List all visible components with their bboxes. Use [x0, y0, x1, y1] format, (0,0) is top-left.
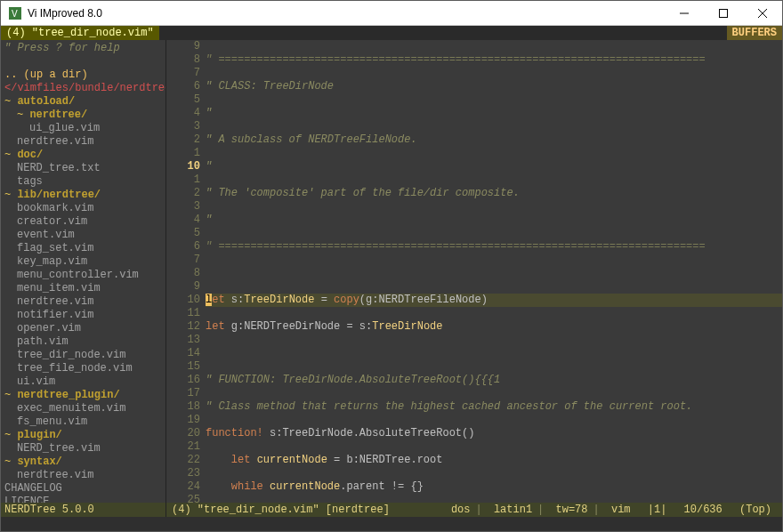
buffer-tab[interactable]: (4) "tree_dir_node.vim"	[1, 26, 160, 40]
window-title: Vi IMproved 8.0	[28, 7, 665, 20]
file-changelog[interactable]: CHANGELOG	[4, 482, 165, 496]
status-filename: (4) "tree_dir_node.vim" [nerdtree]	[172, 503, 390, 517]
status-left: NERDTree 5.0.0	[1, 503, 166, 517]
status-fileformat: dos	[446, 504, 476, 516]
line-number-gutter: 9876543211012345678910111213141516171819…	[166, 40, 206, 503]
file-nerdtree2[interactable]: nerdtree.vim	[4, 295, 165, 309]
file-flag-set[interactable]: flag_set.vim	[4, 242, 165, 255]
file-licence[interactable]: LICENCE	[4, 496, 165, 503]
app-icon: V	[8, 6, 22, 20]
maximize-button[interactable]	[704, 1, 743, 26]
cursor-line: let s:TreeDirNode = copy(g:NERDTreeFileN…	[206, 294, 782, 307]
file-exec-menuitem[interactable]: exec_menuitem.vim	[4, 402, 165, 415]
code-pane[interactable]: 9876543211012345678910111213141516171819…	[166, 40, 782, 503]
status-scroll-pct: (Top)	[734, 504, 777, 516]
status-line-total: 10/636	[679, 504, 728, 516]
dir-lib[interactable]: ~ lib/nerdtree/	[4, 189, 165, 202]
file-menu-controller[interactable]: menu_controller.vim	[4, 269, 165, 282]
dir-nerdtree-plugin[interactable]: ~ nerdtree_plugin/	[4, 389, 165, 402]
dir-autoload[interactable]: ~ autoload/	[4, 95, 165, 109]
help-hint: " Press ? for help	[4, 42, 165, 55]
nerdtree-pane[interactable]: " Press ? for help .. (up a dir) </vimfi…	[1, 40, 166, 503]
file-creator[interactable]: creator.vim	[4, 215, 165, 229]
svg-text:V: V	[12, 9, 18, 19]
dir-syntax[interactable]: ~ syntax/	[4, 455, 165, 469]
tree-root[interactable]: </vimfiles/bundle/nerdtree/	[4, 82, 165, 95]
dir-doc[interactable]: ~ doc/	[4, 149, 165, 162]
file-plugin-nerd-tree[interactable]: NERD_tree.vim	[4, 442, 165, 455]
command-line[interactable]	[1, 517, 782, 531]
close-button[interactable]	[743, 1, 782, 26]
up-a-dir[interactable]: .. (up a dir)	[4, 69, 165, 82]
status-textwidth: tw=78	[551, 504, 593, 516]
file-tree-dir-node[interactable]: tree_dir_node.vim	[4, 349, 165, 362]
file-ui-glue[interactable]: ui_glue.vim	[4, 122, 165, 135]
status-bar: NERDTree 5.0.0 (4) "tree_dir_node.vim" […	[1, 503, 782, 517]
file-tags[interactable]: tags	[4, 175, 165, 189]
file-menu-item[interactable]: menu_item.vim	[4, 282, 165, 295]
svg-rect-3	[720, 9, 728, 17]
file-nerdtree-vim[interactable]: nerdtree.vim	[4, 135, 165, 149]
bufbar-fill	[160, 26, 727, 40]
file-tree-file-node[interactable]: tree_file_node.vim	[4, 362, 165, 375]
window-titlebar: V Vi IMproved 8.0	[1, 1, 782, 26]
status-encoding: latin1	[488, 504, 537, 516]
file-bookmark[interactable]: bookmark.vim	[4, 202, 165, 215]
minimize-button[interactable]	[665, 1, 704, 26]
file-syntax-nerdtree[interactable]: nerdtree.vim	[4, 469, 165, 482]
file-ui[interactable]: ui.vim	[4, 375, 165, 389]
buffer-bar: (4) "tree_dir_node.vim" BUFFERS	[1, 26, 782, 40]
dir-autoload-nerdtree[interactable]: ~ nerdtree/	[4, 109, 165, 122]
file-event[interactable]: event.vim	[4, 229, 165, 242]
file-nerd-tree-txt[interactable]: NERD_tree.txt	[4, 162, 165, 175]
code-area[interactable]: " ======================================…	[206, 40, 782, 503]
file-path[interactable]: path.vim	[4, 335, 165, 349]
dir-plugin[interactable]: ~ plugin/	[4, 429, 165, 442]
file-key-map[interactable]: key_map.vim	[4, 255, 165, 269]
status-filetype: vim	[606, 504, 636, 516]
buffers-label[interactable]: BUFFERS	[727, 26, 782, 40]
status-column: |1|	[642, 504, 673, 516]
file-opener[interactable]: opener.vim	[4, 322, 165, 335]
file-fs-menu[interactable]: fs_menu.vim	[4, 415, 165, 429]
file-notifier[interactable]: notifier.vim	[4, 309, 165, 322]
editor-split: " Press ? for help .. (up a dir) </vimfi…	[1, 40, 782, 503]
status-right: (4) "tree_dir_node.vim" [nerdtree] dos| …	[166, 503, 782, 517]
